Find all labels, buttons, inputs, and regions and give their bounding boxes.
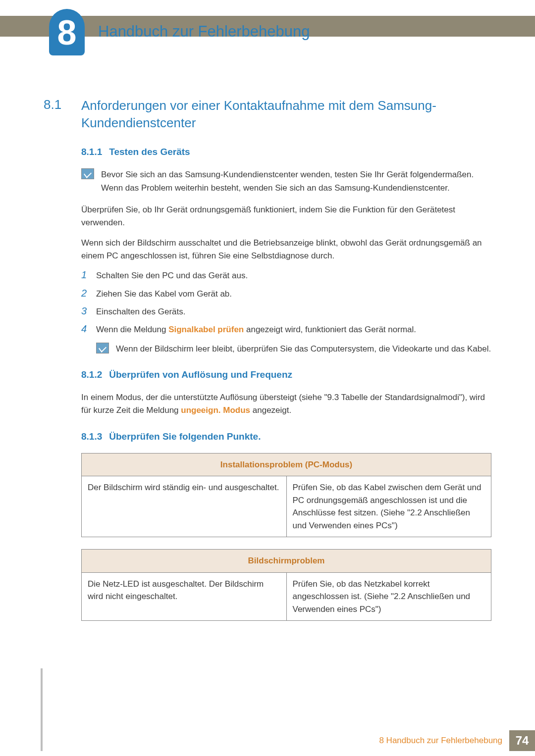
nested-note-block: Wenn der Bildschirm leer bleibt, überprü… xyxy=(96,343,491,355)
page-number: 74 xyxy=(509,730,535,751)
numbered-list: 1 Schalten Sie den PC und das Gerät aus.… xyxy=(81,269,491,336)
page-footer: 8 Handbuch zur Fehlerbehebung 74 xyxy=(0,730,535,751)
step-text-part: angezeigt wird, funktioniert das Gerät n… xyxy=(244,325,416,334)
table-header: Bildschirmproblem xyxy=(82,550,491,573)
subsection-heading: 8.1.1 Testen des Geräts xyxy=(81,147,491,157)
subsection-title: Überprüfen von Auflösung und Frequenz xyxy=(109,369,292,380)
highlighted-term: Signalkabel prüfen xyxy=(168,325,244,334)
step-text: Schalten Sie den PC und das Gerät aus. xyxy=(96,269,491,282)
paragraph-text-part: angezeigt. xyxy=(250,405,291,415)
section-heading: 8.1 Anforderungen vor einer Kontaktaufna… xyxy=(44,97,491,132)
chapter-number-badge: 8 xyxy=(49,9,85,55)
troubleshoot-table-screen: Bildschirmproblem Die Netz-LED ist ausge… xyxy=(81,549,491,621)
paragraph: Überprüfen Sie, ob Ihr Gerät ordnungsgem… xyxy=(81,203,491,230)
paragraph: Wenn sich der Bildschirm ausschaltet und… xyxy=(81,237,491,263)
troubleshoot-table-installation: Installationsproblem (PC-Modus) Der Bild… xyxy=(81,453,491,538)
list-item: 2 Ziehen Sie das Kabel vom Gerät ab. xyxy=(81,288,491,301)
highlighted-term: ungeeign. Modus xyxy=(181,405,250,415)
list-item: 4 Wenn die Meldung Signalkabel prüfen an… xyxy=(81,323,491,336)
subsection-title: Überprüfen Sie folgenden Punkte. xyxy=(109,431,261,442)
subsection-number: 8.1.2 xyxy=(81,369,102,380)
table-header: Installationsproblem (PC-Modus) xyxy=(82,453,491,476)
note-text: Wenn der Bildschirm leer bleibt, überprü… xyxy=(116,343,491,355)
table-row: Der Bildschirm wird ständig ein- und aus… xyxy=(82,476,491,537)
list-item: 3 Einschalten des Geräts. xyxy=(81,305,491,318)
list-item: 1 Schalten Sie den PC und das Gerät aus. xyxy=(81,269,491,282)
step-text: Einschalten des Geräts. xyxy=(96,305,491,318)
solution-cell: Prüfen Sie, ob das Netzkabel korrekt ang… xyxy=(286,572,491,621)
page-content: 8.1 Anforderungen vor einer Kontaktaufna… xyxy=(44,97,491,633)
step-text: Ziehen Sie das Kabel vom Gerät ab. xyxy=(96,288,491,301)
paragraph: In einem Modus, der die unterstützte Auf… xyxy=(81,391,491,417)
subsection-heading: 8.1.3 Überprüfen Sie folgenden Punkte. xyxy=(81,431,491,442)
section-title: Anforderungen vor einer Kontaktaufnahme … xyxy=(81,97,491,132)
solution-cell: Prüfen Sie, ob das Kabel zwischen dem Ge… xyxy=(286,476,491,537)
step-number: 3 xyxy=(81,305,96,317)
footer-chapter-title: 8 Handbuch zur Fehlerbehebung xyxy=(379,736,502,746)
note-icon xyxy=(96,343,109,353)
subsection-title: Testen des Geräts xyxy=(109,147,190,157)
step-number: 1 xyxy=(81,269,96,281)
subsection-heading: 8.1.2 Überprüfen von Auflösung und Frequ… xyxy=(81,369,491,380)
subsection-number: 8.1.1 xyxy=(81,147,102,157)
step-number: 2 xyxy=(81,288,96,299)
subsection-number: 8.1.3 xyxy=(81,431,102,442)
chapter-title: Handbuch zur Fehlerbehebung xyxy=(98,23,310,41)
table-row: Die Netz-LED ist ausgeschaltet. Der Bild… xyxy=(82,572,491,621)
step-text-part: Wenn die Meldung xyxy=(96,325,168,334)
step-text: Wenn die Meldung Signalkabel prüfen ange… xyxy=(96,323,491,336)
note-icon xyxy=(81,168,94,179)
step-number: 4 xyxy=(81,323,96,335)
note-text: Bevor Sie sich an das Samsung-Kundendien… xyxy=(101,168,491,195)
problem-cell: Der Bildschirm wird ständig ein- und aus… xyxy=(82,476,287,537)
section-number: 8.1 xyxy=(44,97,81,132)
problem-cell: Die Netz-LED ist ausgeschaltet. Der Bild… xyxy=(82,572,287,621)
note-block: Bevor Sie sich an das Samsung-Kundendien… xyxy=(81,168,491,195)
